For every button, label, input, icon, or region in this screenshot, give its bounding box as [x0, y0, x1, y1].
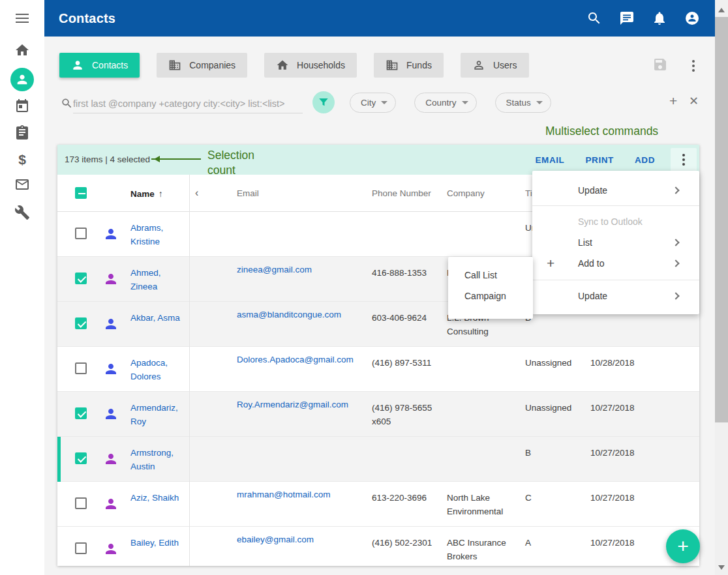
chat-icon[interactable]: [619, 10, 635, 26]
scrollbar-thumb[interactable]: [715, 17, 728, 422]
sort-asc-icon: ↑: [159, 188, 163, 199]
row-checkbox[interactable]: [75, 317, 87, 329]
hamburger-menu-icon[interactable]: [0, 5, 44, 31]
notifications-bell-icon[interactable]: [652, 10, 667, 26]
tab-label: Households: [297, 60, 345, 70]
search-icon[interactable]: [586, 10, 602, 26]
column-header-company[interactable]: Company: [447, 188, 485, 198]
sidebar-item-contacts[interactable]: [0, 65, 44, 94]
contact-tier: Unassigned: [525, 356, 587, 370]
contact-date: 10/27/2018: [590, 536, 650, 550]
tab-users[interactable]: Users: [461, 53, 529, 78]
menu-item-list[interactable]: List: [532, 232, 699, 253]
submenu-item-campaign[interactable]: Campaign: [448, 286, 533, 306]
contact-name-link[interactable]: Aziz, Shaikh: [130, 491, 188, 505]
filter-chip-country[interactable]: Country: [414, 93, 476, 113]
tab-label: Companies: [189, 60, 235, 70]
collapse-column-chevron-icon[interactable]: ‹: [195, 187, 198, 199]
contact-email-link[interactable]: Dolores.Apadoca@gmail.com: [237, 353, 364, 366]
contact-email-link[interactable]: zineea@gmail.com: [237, 263, 364, 276]
table-row[interactable]: Armendariz, Roy Roy.Armendariz@gmail.com…: [57, 392, 699, 437]
sidebar-item-tools[interactable]: [0, 199, 44, 226]
row-checkbox[interactable]: [75, 228, 87, 239]
contact-tier: B: [525, 446, 587, 460]
contact-phone: (416) 502-2301: [372, 536, 437, 550]
building-icon: [386, 59, 399, 72]
contact-name-link[interactable]: Ahmed, Zineea: [130, 266, 188, 293]
mail-icon: [14, 177, 30, 192]
contacts-active-icon: [10, 68, 34, 91]
app-bar: Contacts: [44, 0, 715, 37]
table-row[interactable]: Bailey, Edith ebailey@gmail.com (416) 50…: [57, 527, 699, 566]
contact-avatar-icon: [103, 316, 119, 332]
contact-avatar-icon: [103, 406, 119, 422]
clear-filters-icon[interactable]: ✕: [689, 95, 699, 107]
contact-date: 10/28/2018: [590, 356, 650, 370]
account-avatar-icon[interactable]: [684, 10, 700, 26]
contact-email-link[interactable]: Roy.Armendariz@gmail.com: [237, 398, 364, 411]
menu-item-update-bottom[interactable]: Update: [532, 286, 699, 306]
sidebar-item-mail[interactable]: [0, 171, 44, 198]
save-search-icon[interactable]: [652, 57, 668, 74]
select-all-checkbox[interactable]: [75, 187, 87, 199]
chevron-down-icon: [536, 101, 543, 104]
add-filter-icon[interactable]: +: [669, 94, 677, 108]
wrench-icon: [14, 205, 30, 220]
row-checkbox[interactable]: [75, 273, 87, 284]
contact-email-link[interactable]: mrahman@hotmail.com: [237, 488, 364, 501]
table-row[interactable]: Apadoca, Dolores Dolores.Apadoca@gmail.c…: [57, 347, 699, 392]
tab-companies[interactable]: Companies: [157, 53, 247, 78]
row-checkbox[interactable]: [75, 407, 87, 419]
column-header-phone[interactable]: Phone Number: [372, 188, 431, 198]
contact-phone: 603-406-9624: [372, 311, 437, 325]
table-row[interactable]: Armstrong, Austin B 10/27/2018: [57, 437, 699, 482]
table-row[interactable]: Aziz, Shaikh mrahman@hotmail.com 613-220…: [57, 482, 699, 527]
contact-name-link[interactable]: Apadoca, Dolores: [130, 356, 188, 383]
contact-name-link[interactable]: Abrams, Kristine: [130, 221, 188, 248]
add-button[interactable]: ADD: [635, 155, 655, 165]
scroll-down-arrow-icon[interactable]: [718, 565, 725, 570]
print-button[interactable]: PRINT: [585, 155, 614, 165]
row-checkbox[interactable]: [75, 542, 87, 554]
contact-name-link[interactable]: Armstrong, Austin: [130, 446, 188, 473]
chip-label: Status: [506, 98, 531, 108]
scroll-up-arrow-icon[interactable]: [718, 8, 725, 12]
contact-email-link[interactable]: ebailey@gmail.com: [237, 533, 364, 546]
filter-funnel-icon[interactable]: [312, 91, 335, 113]
sidebar-item-home[interactable]: [0, 37, 44, 63]
clipboard-icon: [14, 125, 30, 140]
email-button[interactable]: EMAIL: [535, 155, 564, 165]
sidebar-item-donations[interactable]: $: [0, 147, 44, 173]
frozen-column-divider: [189, 175, 190, 566]
menu-item-add-to[interactable]: + Add to: [532, 253, 699, 274]
column-header-name[interactable]: Name↑: [130, 188, 163, 199]
row-checkbox[interactable]: [75, 497, 87, 509]
tab-households[interactable]: Households: [264, 53, 357, 78]
menu-item-update-top[interactable]: Update: [532, 180, 699, 201]
tab-contacts[interactable]: Contacts: [59, 53, 140, 78]
filter-chip-status[interactable]: Status: [495, 93, 551, 113]
tabs-overflow-menu-icon[interactable]: [690, 57, 697, 74]
contact-name-link[interactable]: Bailey, Edith: [130, 536, 188, 550]
app-bar-actions: [586, 0, 700, 37]
column-header-email[interactable]: Email: [237, 188, 259, 198]
multiselect-overflow-menu-icon[interactable]: [671, 148, 697, 171]
row-checkbox[interactable]: [75, 362, 87, 374]
vertical-scrollbar: [715, 0, 728, 575]
sidebar-item-calendar[interactable]: [0, 93, 44, 119]
filter-chip-city[interactable]: City: [350, 93, 396, 113]
add-contact-fab[interactable]: +: [666, 529, 700, 563]
row-checkbox[interactable]: [75, 452, 87, 464]
contact-avatar-icon: [103, 451, 119, 467]
contact-email-link[interactable]: asma@blanditcongue.com: [237, 308, 364, 321]
tab-funds[interactable]: Funds: [374, 53, 444, 78]
annotation-arrow: [151, 158, 201, 160]
submenu-item-call-list[interactable]: Call List: [448, 265, 533, 286]
sidebar-item-tasks[interactable]: [0, 119, 44, 145]
contact-name-link[interactable]: Akbar, Asma: [130, 311, 188, 325]
person-outline-icon: [472, 59, 485, 72]
entity-tabs: Contacts Companies Households Funds User…: [59, 53, 529, 78]
building-icon: [168, 59, 181, 72]
contact-name-link[interactable]: Armendariz, Roy: [130, 401, 188, 428]
search-input[interactable]: [73, 94, 303, 113]
